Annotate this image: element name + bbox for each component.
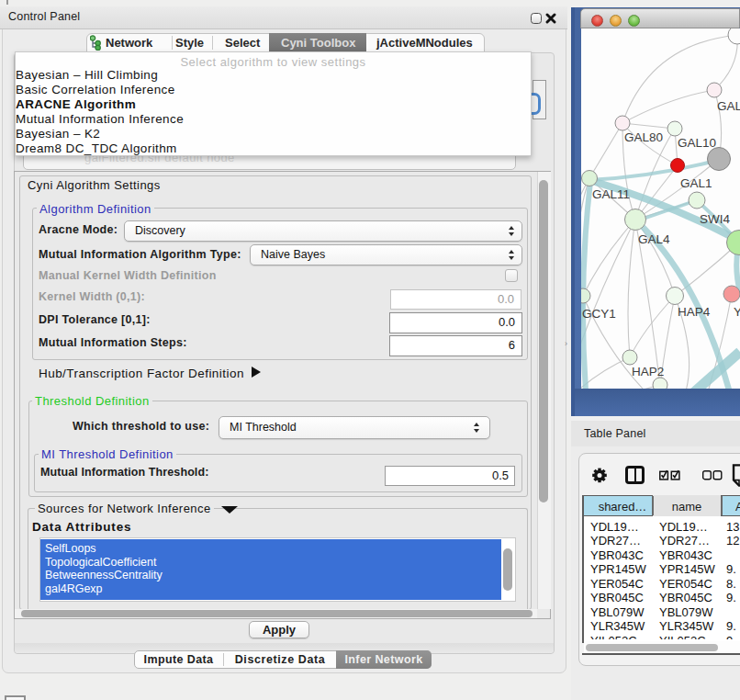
svg-text:GCY1: GCY1 (582, 307, 616, 321)
svg-text:Y: Y (734, 305, 740, 319)
svg-text:HAP2: HAP2 (632, 365, 664, 378)
svg-text:GAL11: GAL11 (592, 187, 630, 201)
svg-text:GAL80: GAL80 (624, 130, 663, 144)
svg-text:HAP4: HAP4 (678, 305, 711, 319)
svg-text:GAL10: GAL10 (678, 136, 716, 150)
svg-text:GAL7: GAL7 (717, 99, 740, 113)
svg-text:GAL4: GAL4 (638, 232, 670, 246)
svg-text:GAL1: GAL1 (680, 176, 712, 190)
svg-text:SWI4: SWI4 (700, 212, 730, 226)
